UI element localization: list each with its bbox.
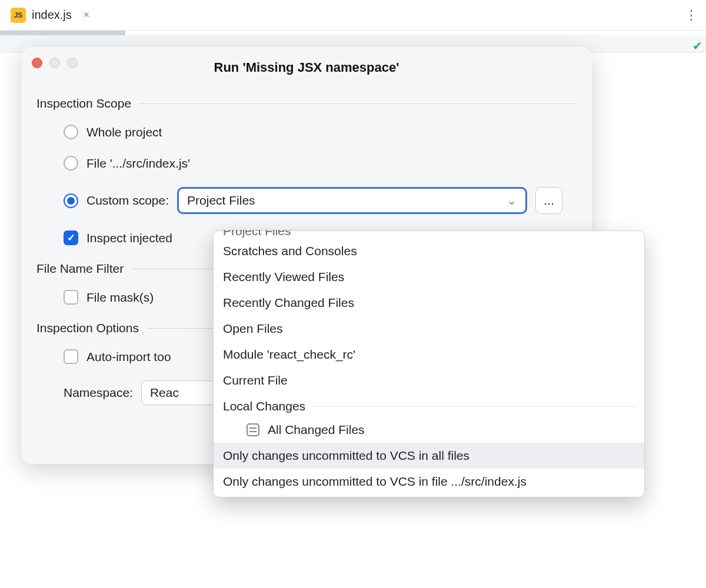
section-label: File Name Filter xyxy=(36,262,124,276)
radio-row-custom-scope[interactable]: Custom scope: Project Files ⌄ ... xyxy=(64,187,577,214)
dropdown-item-current-file[interactable]: Current File xyxy=(214,368,644,393)
radio-label: File '.../src/index.js' xyxy=(86,156,190,171)
radio-row-file[interactable]: File '.../src/index.js' xyxy=(64,156,577,171)
dropdown-item-recently-viewed[interactable]: Recently Viewed Files xyxy=(214,264,644,290)
checkbox-auto-import[interactable] xyxy=(64,349,78,364)
dropdown-group-local-changes: Local Changes xyxy=(214,393,644,417)
checkbox-label: Auto-import too xyxy=(86,350,171,364)
checkbox-file-mask[interactable] xyxy=(64,290,78,305)
close-icon[interactable]: × xyxy=(84,9,90,21)
scope-combobox[interactable]: Project Files ⌄ xyxy=(177,187,527,214)
window-zoom-icon[interactable] xyxy=(67,58,78,68)
dropdown-item-all-changed[interactable]: All Changed Files xyxy=(214,417,644,443)
divider xyxy=(139,103,577,104)
radio-custom-scope[interactable] xyxy=(64,193,78,208)
checkbox-label: File mask(s) xyxy=(86,290,154,305)
dropdown-item-uncommitted-all[interactable]: Only changes uncommitted to VCS in all f… xyxy=(214,443,644,469)
check-ok-icon: ✔ xyxy=(692,39,702,53)
section-label: Inspection Options xyxy=(36,321,139,335)
section-inspection-scope: Inspection Scope Whole project File '...… xyxy=(36,96,577,245)
tab-label: index.js xyxy=(32,8,72,22)
dropdown-item-label: All Changed Files xyxy=(268,423,365,437)
dropdown-item-recently-changed[interactable]: Recently Changed Files xyxy=(214,290,644,316)
radio-label: Custom scope: xyxy=(86,193,169,208)
radio-whole-project[interactable] xyxy=(64,125,78,139)
checkbox-inspect-injected[interactable] xyxy=(64,230,78,245)
scope-edit-button[interactable]: ... xyxy=(535,187,562,214)
namespace-label: Namespace: xyxy=(64,386,133,400)
chevron-down-icon: ⌄ xyxy=(507,193,517,208)
divider xyxy=(311,406,635,407)
dropdown-item-uncommitted-file[interactable]: Only changes uncommitted to VCS in file … xyxy=(214,469,644,495)
dialog-title: Run 'Missing JSX namespace' xyxy=(36,60,577,75)
group-label: Local Changes xyxy=(223,399,305,413)
combobox-value: Project Files xyxy=(187,193,255,208)
dropdown-item-partial[interactable]: Project Files xyxy=(214,230,644,238)
more-icon[interactable]: ⋮ xyxy=(681,4,701,26)
scope-dropdown[interactable]: Project Files Scratches and Consoles Rec… xyxy=(213,230,645,497)
section-label: Inspection Scope xyxy=(36,96,131,111)
radio-row-whole-project[interactable]: Whole project xyxy=(64,125,577,139)
dropdown-item-scratches[interactable]: Scratches and Consoles xyxy=(214,238,644,264)
tab-underline xyxy=(0,31,125,35)
editor-tab[interactable]: JS index.js × xyxy=(5,4,95,26)
editor-tab-bar: JS index.js × ⋮ xyxy=(0,0,706,31)
radio-file[interactable] xyxy=(64,156,78,171)
checkbox-label: Inspect injected xyxy=(86,231,172,245)
dropdown-item-open-files[interactable]: Open Files xyxy=(214,316,644,342)
radio-label: Whole project xyxy=(86,125,162,139)
dropdown-item-module[interactable]: Module 'react_check_rc' xyxy=(214,342,644,368)
js-file-icon: JS xyxy=(11,8,26,23)
window-close-icon[interactable] xyxy=(32,58,42,68)
window-minimize-icon[interactable] xyxy=(49,58,60,68)
window-controls[interactable] xyxy=(32,58,78,68)
changes-icon xyxy=(247,423,259,436)
